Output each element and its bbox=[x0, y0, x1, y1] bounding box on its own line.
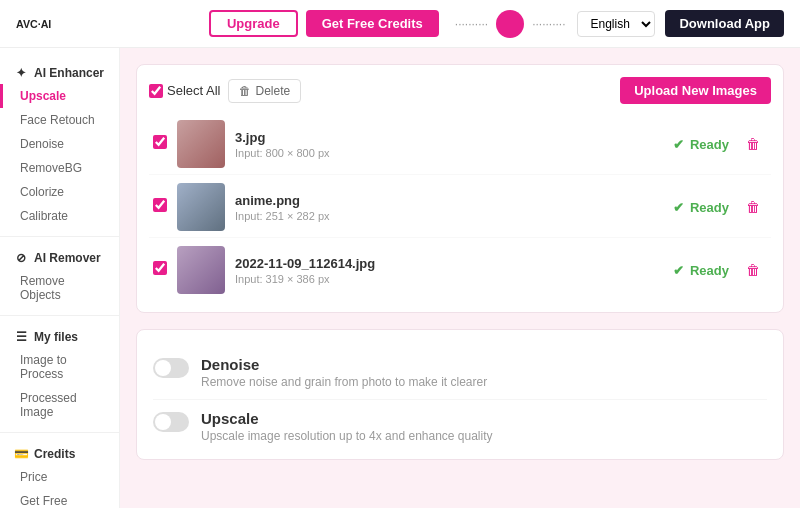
upscale-toggle[interactable] bbox=[153, 412, 189, 432]
file-delete-icon-1[interactable]: 🗑 bbox=[739, 193, 767, 221]
sidebar: ✦ AI Enhancer Upscale Face Retouch Denoi… bbox=[0, 48, 120, 508]
user-area: ·········· ·········· bbox=[455, 10, 566, 38]
file-delete-icon-2[interactable]: 🗑 bbox=[739, 256, 767, 284]
file-meta-0: Input: 800 × 800 px bbox=[235, 147, 662, 159]
file-name-1: anime.png bbox=[235, 193, 662, 208]
denoise-feature-text: Denoise Remove noise and grain from phot… bbox=[201, 356, 487, 389]
download-app-button[interactable]: Download App bbox=[665, 10, 784, 37]
file-checkbox-1[interactable] bbox=[153, 198, 167, 216]
denoise-desc: Remove noise and grain from photo to mak… bbox=[201, 375, 487, 389]
feature-item-upscale: Upscale Upscale image resolution up to 4… bbox=[153, 400, 767, 443]
file-meta-2: Input: 319 × 386 px bbox=[235, 273, 662, 285]
user-name-text: ·········· bbox=[532, 17, 565, 31]
sidebar-item-remove-objects[interactable]: Remove Objects bbox=[0, 269, 119, 307]
file-thumbnail-0 bbox=[177, 120, 225, 168]
select-all-checkbox-label[interactable]: Select All bbox=[149, 83, 220, 98]
file-name-0: 3.jpg bbox=[235, 130, 662, 145]
file-info-1: anime.png Input: 251 × 282 px bbox=[235, 193, 662, 222]
delete-button[interactable]: 🗑 Delete bbox=[228, 79, 301, 103]
user-credits-text: ·········· bbox=[455, 17, 488, 31]
sidebar-item-processed-image[interactable]: Processed Image bbox=[0, 386, 119, 424]
file-delete-icon-0[interactable]: 🗑 bbox=[739, 130, 767, 158]
sidebar-item-removebg[interactable]: RemoveBG bbox=[0, 156, 119, 180]
sidebar-item-calibrate[interactable]: Calibrate bbox=[0, 204, 119, 228]
sidebar-item-denoise[interactable]: Denoise bbox=[0, 132, 119, 156]
svg-text:AVC·AI: AVC·AI bbox=[16, 18, 51, 30]
upscale-title: Upscale bbox=[201, 410, 493, 427]
table-row: anime.png Input: 251 × 282 px ✔ Ready 🗑 bbox=[149, 177, 771, 238]
sidebar-section-my-files: ☰ My files bbox=[0, 324, 119, 348]
sidebar-section-ai-remover: ⊘ AI Remover bbox=[0, 245, 119, 269]
upscale-feature-text: Upscale Upscale image resolution up to 4… bbox=[201, 410, 493, 443]
file-thumbnail-2 bbox=[177, 246, 225, 294]
feature-item-denoise: Denoise Remove noise and grain from phot… bbox=[153, 346, 767, 400]
file-status-2: ✔ Ready bbox=[672, 263, 729, 278]
file-list: 3.jpg Input: 800 × 800 px ✔ Ready 🗑 bbox=[149, 114, 771, 300]
upgrade-button[interactable]: Upgrade bbox=[209, 10, 298, 37]
file-thumbnail-1 bbox=[177, 183, 225, 231]
sidebar-item-colorize[interactable]: Colorize bbox=[0, 180, 119, 204]
credits-icon: 💳 bbox=[14, 447, 28, 461]
sidebar-item-face-retouch[interactable]: Face Retouch bbox=[0, 108, 119, 132]
select-all-label: Select All bbox=[167, 83, 220, 98]
status-check-icon-1: ✔ bbox=[672, 200, 686, 214]
ai-remover-icon: ⊘ bbox=[14, 251, 28, 265]
select-all-checkbox[interactable] bbox=[149, 84, 163, 98]
sidebar-section-credits: 💳 Credits bbox=[0, 441, 119, 465]
feature-panel: Denoise Remove noise and grain from phot… bbox=[136, 329, 784, 460]
file-status-0: ✔ Ready bbox=[672, 137, 729, 152]
avatar[interactable] bbox=[496, 10, 524, 38]
file-status-1: ✔ Ready bbox=[672, 200, 729, 215]
status-check-icon-2: ✔ bbox=[672, 263, 686, 277]
header-actions: Upgrade Get Free Credits bbox=[209, 10, 439, 37]
sidebar-section-ai-enhancer: ✦ AI Enhancer bbox=[0, 60, 119, 84]
file-checkbox-2[interactable] bbox=[153, 261, 167, 279]
sidebar-divider-3 bbox=[0, 432, 119, 433]
status-check-icon-0: ✔ bbox=[672, 137, 686, 151]
file-info-2: 2022-11-09_112614.jpg Input: 319 × 386 p… bbox=[235, 256, 662, 285]
file-info-0: 3.jpg Input: 800 × 800 px bbox=[235, 130, 662, 159]
content-area: Select All 🗑 Delete Upload New Images 3.… bbox=[120, 48, 800, 508]
upload-new-images-button[interactable]: Upload New Images bbox=[620, 77, 771, 104]
file-panel: Select All 🗑 Delete Upload New Images 3.… bbox=[136, 64, 784, 313]
sidebar-item-image-to-process[interactable]: Image to Process bbox=[0, 348, 119, 386]
denoise-toggle[interactable] bbox=[153, 358, 189, 378]
sidebar-divider-1 bbox=[0, 236, 119, 237]
sidebar-item-upscale[interactable]: Upscale bbox=[0, 84, 119, 108]
get-free-credits-button[interactable]: Get Free Credits bbox=[306, 10, 439, 37]
sidebar-divider-2 bbox=[0, 315, 119, 316]
main-layout: ✦ AI Enhancer Upscale Face Retouch Denoi… bbox=[0, 48, 800, 508]
upscale-desc: Upscale image resolution up to 4x and en… bbox=[201, 429, 493, 443]
my-files-icon: ☰ bbox=[14, 330, 28, 344]
denoise-title: Denoise bbox=[201, 356, 487, 373]
file-name-2: 2022-11-09_112614.jpg bbox=[235, 256, 662, 271]
language-select[interactable]: English 中文 bbox=[577, 11, 655, 37]
sidebar-item-get-free-credits[interactable]: Get Free Credits bbox=[0, 489, 119, 508]
app-logo: AVC·AI bbox=[16, 14, 56, 34]
sidebar-item-price[interactable]: Price bbox=[0, 465, 119, 489]
file-meta-1: Input: 251 × 282 px bbox=[235, 210, 662, 222]
ai-enhancer-icon: ✦ bbox=[14, 66, 28, 80]
table-row: 2022-11-09_112614.jpg Input: 319 × 386 p… bbox=[149, 240, 771, 300]
trash-icon: 🗑 bbox=[239, 84, 251, 98]
app-header: AVC·AI Upgrade Get Free Credits ········… bbox=[0, 0, 800, 48]
file-toolbar: Select All 🗑 Delete Upload New Images bbox=[149, 77, 771, 104]
file-checkbox-0[interactable] bbox=[153, 135, 167, 153]
table-row: 3.jpg Input: 800 × 800 px ✔ Ready 🗑 bbox=[149, 114, 771, 175]
